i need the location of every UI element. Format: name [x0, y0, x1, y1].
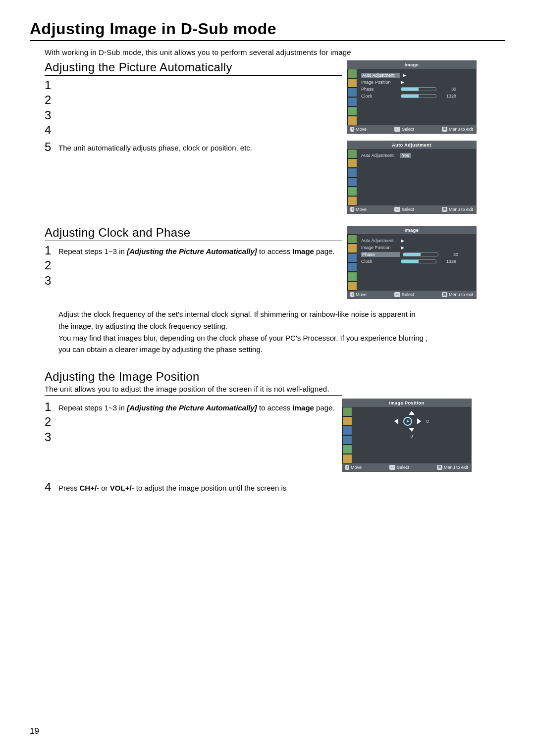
key-icon: ⊞	[442, 127, 447, 132]
osd-tab-icon	[342, 407, 352, 416]
section-b-steps: 1 Repeat steps 1~3 in [Adjusting the Pic…	[45, 244, 342, 287]
osd-row-auto-adjustment: Auto Adjustment▶	[361, 237, 472, 244]
step-number: 1	[45, 401, 58, 413]
osd-icon-column	[342, 407, 352, 463]
osd-row-clock: Clock1328	[361, 258, 472, 265]
key-icon: ⊞	[442, 292, 447, 297]
osd-footer: ↕Move ↔Select ⊞Menu to exit	[342, 463, 471, 471]
osd-tab-icon	[347, 97, 357, 106]
osd-footer: ↕Move ↔Select ⊞Menu to exit	[347, 291, 476, 299]
step-number: 2	[45, 94, 58, 106]
key-icon: ↕	[350, 292, 354, 297]
step-number: 4	[45, 124, 58, 137]
osd-tab-icon	[342, 445, 352, 454]
pos-value-v: 0	[410, 434, 413, 439]
key-icon: ⊞	[442, 207, 447, 212]
key-icon: ↕	[345, 465, 349, 470]
step-number: 3	[45, 431, 58, 444]
step-number: 1	[45, 244, 58, 257]
osd-tab-icon	[342, 426, 352, 435]
section-b-heading: Adjusting Clock and Phase	[45, 226, 342, 240]
osd-tab-icon	[347, 234, 357, 244]
osd-image-menu-auto: Image Auto Adjustment▶ Image Position▶ P…	[347, 60, 477, 134]
target-icon	[403, 417, 412, 426]
chevron-right-icon: ▶	[401, 238, 404, 243]
osd-tab-icon	[347, 262, 357, 272]
manual-page: Adjusting Image in D-Sub mode With worki…	[0, 0, 535, 756]
section-a-rule	[45, 75, 342, 76]
step-number: 3	[45, 109, 58, 122]
osd-tab-icon	[342, 454, 352, 463]
step-number: 1	[45, 79, 58, 92]
slider-icon	[403, 252, 438, 256]
key-icon: ⊞	[437, 465, 442, 470]
osd-tab-icon	[347, 187, 357, 196]
osd-yes-value: Yes	[400, 153, 411, 158]
intro-text: With working in D-Sub mode, this unit al…	[45, 48, 505, 56]
osd-footer: ↕Move ↔Select ⊞Menu to exit	[347, 205, 476, 213]
osd-row-phase: Phase30	[361, 251, 472, 258]
arrow-right-icon	[417, 418, 421, 424]
chevron-right-icon: ▶	[403, 73, 406, 78]
osd-row-clock: Clock1328	[361, 93, 472, 100]
osd-tab-icon	[347, 196, 357, 205]
arrow-down-icon	[409, 428, 415, 432]
osd-tab-icon	[347, 149, 357, 158]
osd-auto-adjust-line: Auto Adjustment:Yes	[361, 152, 472, 159]
section-b-rule	[45, 241, 342, 241]
step-number: 2	[45, 259, 58, 272]
step-number: 5	[45, 141, 58, 153]
osd-row-auto-adjustment: Auto Adjustment▶	[361, 72, 472, 79]
key-icon: ↔	[394, 292, 400, 297]
key-icon: ↕	[350, 127, 354, 132]
arrow-left-icon	[394, 418, 398, 424]
key-icon: ↔	[389, 465, 395, 470]
osd-auto-adjustment: Auto Adjustment Auto Adjustment:Yes	[347, 141, 477, 214]
osd-tab-icon	[347, 116, 357, 125]
osd-tab-icon	[347, 272, 357, 281]
key-icon: ↕	[350, 207, 354, 212]
section-a-heading: Adjusting the Picture Automatically	[45, 60, 342, 74]
osd-tab-icon	[347, 253, 357, 262]
section-b-paragraphs: Adjust the clock frequency of the set's …	[58, 309, 505, 355]
osd-tab-icon	[347, 168, 357, 177]
osd-tab-icon	[347, 158, 357, 168]
arrow-up-icon	[409, 411, 415, 415]
osd-tab-icon	[347, 69, 357, 78]
step-number: 4	[45, 481, 58, 494]
osd-tab-icon	[347, 244, 357, 253]
osd-row-phase: Phase30	[361, 86, 472, 93]
osd-title: Image Position	[342, 399, 471, 407]
section-c-rule	[45, 395, 342, 396]
osd-image-position: Image Position	[342, 399, 472, 472]
step-5-note: The unit automatically adjusts phase, cl…	[58, 141, 252, 153]
page-number: 19	[30, 726, 39, 736]
step-b1-body: Repeat steps 1~3 in [Adjusting the Pictu…	[58, 244, 335, 257]
key-icon: ↔	[394, 207, 400, 212]
osd-tab-icon	[347, 88, 357, 97]
osd-tab-icon	[347, 281, 357, 291]
osd-tab-icon	[342, 435, 352, 445]
osd-row-image-position: Image Position▶	[361, 79, 472, 86]
section-c-step4: 4 Press CH+/- or VOL+/- to adjust the im…	[45, 481, 505, 494]
osd-tab-icon	[347, 106, 357, 116]
slider-icon	[401, 259, 436, 263]
osd-footer: ↕Move ↔Select ⊞Menu to exit	[347, 125, 476, 133]
osd-icon-column	[347, 234, 357, 291]
step-c1-body: Repeat steps 1~3 in [Adjusting the Pictu…	[58, 401, 335, 413]
chevron-right-icon: ▶	[401, 80, 404, 85]
osd-tab-icon	[347, 78, 357, 88]
step-c4-body: Press CH+/- or VOL+/- to adjust the imag…	[58, 481, 286, 494]
osd-title: Image	[347, 226, 476, 234]
section-c-steps: 1 Repeat steps 1~3 in [Adjusting the Pic…	[45, 401, 337, 444]
section-c-intro: The unit allows you to adjust the image …	[45, 385, 505, 393]
chevron-right-icon: ▶	[401, 245, 404, 250]
osd-icon-column	[347, 149, 357, 205]
key-icon: ↔	[394, 127, 400, 132]
slider-icon	[401, 94, 436, 98]
osd-title: Image	[347, 61, 476, 69]
page-title: Adjusting Image in D-Sub mode	[30, 20, 505, 38]
osd-image-menu-phase: Image Auto Adjustment▶ Image Position▶ P…	[347, 226, 477, 299]
osd-tab-icon	[342, 416, 352, 426]
section-c-heading: Adjusting the Image Position	[45, 370, 505, 384]
